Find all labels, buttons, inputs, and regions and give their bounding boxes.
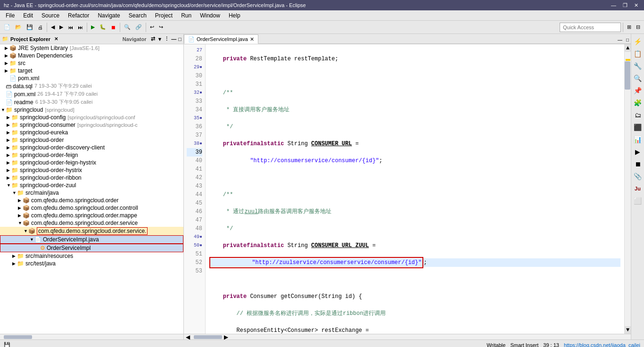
tree-item-pkg4[interactable]: ▼ 📦 com.qfedu.demo.springcloud.order.ser… [0,219,183,227]
pe-collapse[interactable]: ▼ [157,36,162,42]
editor-vertical-scrollbar[interactable]: ▲ ▼ [624,44,631,334]
editor-tab-minimize[interactable]: — [616,36,624,44]
pe-min[interactable]: — [171,36,176,42]
tree-item-sc-order[interactable]: ▶ 📁 springcloud-order [0,136,183,144]
toolbar-stop[interactable]: ⏹ [109,24,118,31]
tree-item-springcloud[interactable]: ▼ 📁 springcloud [springcloud] [0,106,183,114]
tree-item-srcmainresources[interactable]: ▶ 📁 src/main/resources [0,252,183,260]
toolbar-search[interactable]: 🔍 [122,23,132,31]
toolbar-save[interactable]: 💾 [25,23,35,31]
toolbar-sep4 [146,23,146,32]
tree-horizontal-scrollbar[interactable] [0,334,183,339]
tab-close-icon[interactable]: ✕ [250,36,254,42]
tree-item-sc-consumer[interactable]: ▶ 📁 springcloud-consumer [springcloud/sp… [0,121,183,129]
rs-icon-12[interactable]: 📎 [632,171,644,182]
pe-sync[interactable]: ⇄ [151,36,155,42]
rs-icon-8[interactable]: ⬛ [632,122,644,133]
rs-icon-6[interactable]: 🧩 [632,97,644,108]
menu-file[interactable]: File [2,11,18,20]
hscroll-right[interactable]: ▶ [224,334,228,340]
tree-item-pkg1[interactable]: ▶ 📦 com.qfedu.demo.springcloud.order [0,197,183,204]
menu-source[interactable]: Source [38,11,63,20]
tree-item-sc-config[interactable]: ▶ 📁 springcloud-config [springcloud/spri… [0,114,183,121]
menu-search[interactable]: Search [125,11,150,20]
toolbar-layout2[interactable]: ⊟ [634,23,642,31]
toolbar-open[interactable]: 📂 [13,23,24,31]
toolbar-print[interactable]: 🖨 [36,24,45,31]
rs-icon-3[interactable]: 🔧 [632,60,644,72]
tree-item-maven[interactable]: ▶ 📦 Maven Dependencies [0,52,183,59]
pe-max[interactable]: □ [178,36,182,42]
tree-item-pkg3[interactable]: ▶ 📦 com.qfedu.demo.springcloud.order.map… [0,212,183,219]
rs-icon-11[interactable]: ⏹ [632,158,644,170]
pe-menu[interactable]: ⋮ [164,36,169,42]
menu-run[interactable]: Run [177,11,195,20]
toolbar-redo[interactable]: ↪ [157,23,165,31]
tree-item-readme[interactable]: 📄 readme 6 19-3-30 下午9:05 cailei [0,98,183,106]
toolbar-new[interactable]: 📄 [2,23,12,31]
tree-item-orderserviceimpl-class[interactable]: ⚙ OrderServiceImpl [0,244,183,252]
toolbar-prev[interactable]: ⏮ [66,24,75,31]
project-explorer-close[interactable]: ✕ [54,36,58,41]
toolbar-layout1[interactable]: ⊞ [625,23,633,31]
tree-item-orderserviceimpl-java[interactable]: ▼ 📄 OrderServiceImpl.java [0,235,183,244]
tree-hscroll-thumb[interactable] [4,335,32,339]
tree-item-srctestjava[interactable]: ▶ 📁 src/test/java [0,260,183,267]
scrollbar-thumb[interactable] [625,61,630,90]
tree-item-pkg2[interactable]: ▶ 📦 com.qfedu.demo.springcloud.order.con… [0,204,183,212]
rs-icon-9[interactable]: 📊 [632,134,644,145]
tree-item-sc-order-feign[interactable]: ▶ 📁 springcloud-order-feign [0,151,183,159]
rs-icon-1[interactable]: ⚡ [632,36,644,47]
code-area[interactable]: private RestTemplate restTemplate; /** *… [206,44,624,334]
quick-access-input[interactable] [560,23,621,32]
maximize-button[interactable]: ❐ [621,2,629,8]
tree-item-sc-order-dc[interactable]: ▶ 📁 springcloud-order-discovery-client [0,144,183,151]
tree-item-sc-order-fh[interactable]: ▶ 📁 springcloud-order-feign-hystrix [0,159,183,166]
rs-icon-4[interactable]: 🔍 [632,73,644,84]
menu-refactor[interactable]: Refactor [64,11,93,20]
rs-icon-2[interactable]: 📋 [632,48,644,59]
menu-navigate[interactable]: Navigate [94,11,124,20]
rs-icon-7[interactable]: 🗂 [632,109,644,121]
rs-icon-ju[interactable]: Ju [632,183,644,194]
rs-icon-14[interactable]: ⬜ [632,195,644,207]
rs-icon-5[interactable]: 📌 [632,85,644,96]
tree-item-target[interactable]: ▶ 📁 target [0,67,183,74]
tree-item-sc-order-ribbon[interactable]: ▶ 📁 springcloud-order-ribbon [0,174,183,182]
menu-window[interactable]: Window [196,11,224,20]
tree-item-src[interactable]: ▶ 📁 src [0,59,183,67]
close-button[interactable]: ✕ [632,2,640,8]
editor-hscroll-thumb[interactable] [194,335,222,339]
toolbar-ref[interactable]: 🔗 [133,23,144,31]
minimize-button[interactable]: — [609,2,618,8]
editor-horizontal-scrollbar[interactable]: ◀ ▶ [184,334,631,339]
tree-item-pomxml26[interactable]: 📄 pom.xml 26 19-4-17 下午7:09 cailei [0,90,183,98]
toolbar-forward[interactable]: ▶ [58,23,65,31]
rs-icon-10[interactable]: ▶ [632,146,644,157]
scrollbar-down[interactable]: ▼ [625,326,631,334]
tree-item-pomxml[interactable]: 📄 pom.xml [0,74,183,82]
menu-help[interactable]: Help [225,11,244,20]
tree-item-jre[interactable]: ▶ 📦 JRE System Library [JavaSE-1.6] [0,44,183,52]
tree-item-pkg5[interactable]: ▼ 📦 com.qfedu.demo.springcloud.order.ser… [0,227,183,235]
tree-item-sc-order-hystrix[interactable]: ▶ 📁 springcloud-order-hystrix [0,166,183,174]
editor-tab-maximize[interactable]: □ [624,36,631,44]
editor-tab-orderserviceimpl[interactable]: 📄 OrderServiceImpl.java ✕ [184,34,258,44]
hscroll-left[interactable]: ◀ [186,334,190,340]
navigator-tab[interactable]: Navigator [123,36,147,42]
toolbar-back[interactable]: ◀ [49,23,57,31]
tree-item-sc-eureka[interactable]: ▶ 📁 springcloud-eureka [0,129,183,136]
scrollbar-track[interactable] [625,52,631,326]
toolbar-run[interactable]: ▶ [89,23,97,31]
toolbar-next[interactable]: ⏭ [76,24,85,31]
scrollbar-up[interactable]: ▲ [625,44,631,52]
tree-item-sc-order-zuul[interactable]: ▼ 📁 springcloud-order-zuul [0,182,183,189]
menu-edit[interactable]: Edit [19,11,37,20]
toolbar-debug[interactable]: 🐛 [98,23,108,31]
window-controls[interactable]: — ❐ ✕ [609,2,640,8]
tree-item-datasql[interactable]: 🗃 data.sql 7 19-3-30 下午9:29 cailei [0,82,183,90]
tree-item-srcmainjava[interactable]: ▼ 📁 src/main/java [0,189,183,197]
menu-project[interactable]: Project [151,11,176,20]
code-line-42: // 根据微服务名称进行调用，实际是通过ribbon进行调用 [209,309,620,318]
toolbar-undo[interactable]: ↩ [148,23,156,31]
